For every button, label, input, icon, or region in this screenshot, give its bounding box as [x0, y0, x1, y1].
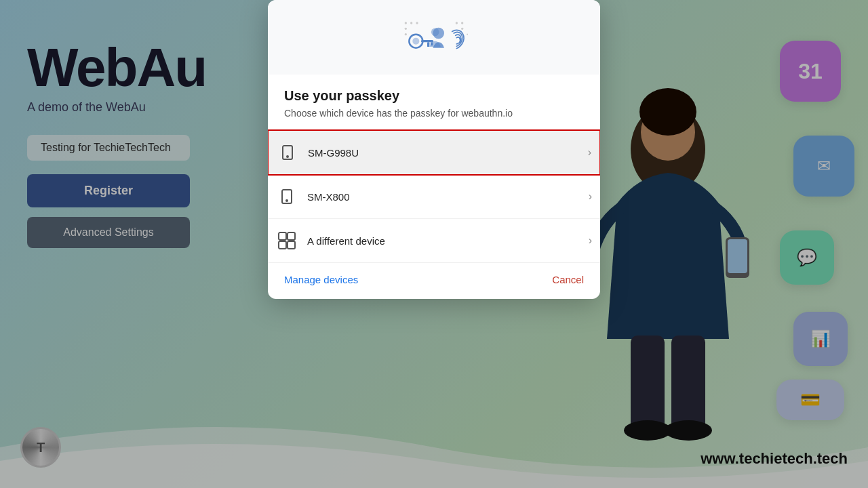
modal-header: [268, 0, 600, 75]
device-arrow-3: ›: [589, 235, 592, 247]
svg-rect-32: [288, 232, 295, 240]
device-arrow-2: ›: [589, 190, 592, 203]
device-name-2: SM-X800: [307, 191, 589, 203]
svg-rect-22: [427, 42, 429, 47]
modal-body: Use your passkey Choose which device has…: [268, 75, 600, 119]
svg-point-15: [456, 22, 458, 24]
svg-point-14: [461, 22, 463, 24]
svg-rect-20: [421, 40, 433, 42]
svg-point-28: [287, 156, 288, 157]
modal-footer: Manage devices Cancel: [268, 263, 600, 299]
svg-point-13: [405, 33, 407, 35]
svg-point-19: [412, 38, 419, 45]
svg-point-11: [416, 22, 418, 24]
svg-point-24: [431, 28, 439, 37]
device-item-different[interactable]: A different device ›: [268, 219, 600, 263]
svg-point-10: [410, 22, 412, 24]
device-item-sm-x800[interactable]: SM-X800 ›: [268, 175, 600, 219]
cancel-button[interactable]: Cancel: [552, 274, 584, 285]
svg-point-12: [405, 28, 407, 30]
modal-subtitle: Choose which device has the passkey for …: [284, 108, 584, 119]
device-item-sm-g998u[interactable]: SM-G998U ›: [268, 129, 600, 176]
device-arrow-1: ›: [588, 146, 591, 159]
passkey-modal: Use your passkey Choose which device has…: [268, 0, 600, 299]
passkey-icon: [400, 16, 468, 64]
different-device-icon: [276, 230, 298, 251]
svg-rect-34: [288, 241, 295, 249]
manage-devices-button[interactable]: Manage devices: [284, 274, 358, 285]
svg-point-9: [405, 22, 407, 24]
svg-rect-31: [279, 232, 286, 240]
modal-overlay: Use your passkey Choose which device has…: [0, 0, 868, 488]
device-list: SM-G998U › SM-X800 ›: [268, 129, 600, 263]
phone-icon-2: [276, 186, 298, 207]
modal-title: Use your passkey: [284, 88, 584, 104]
svg-rect-33: [279, 241, 286, 249]
phone-icon-1: [277, 142, 298, 163]
svg-point-16: [461, 28, 463, 30]
svg-point-30: [286, 200, 288, 201]
device-name-1: SM-G998U: [308, 147, 588, 159]
device-name-3: A different device: [307, 235, 589, 247]
